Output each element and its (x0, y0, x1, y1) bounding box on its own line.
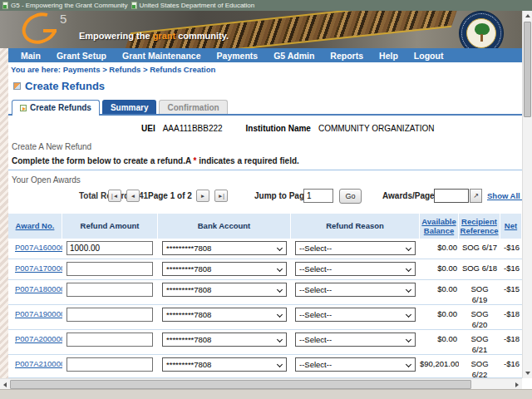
jump-to-page-input[interactable] (303, 189, 333, 203)
chevron-down-icon (406, 362, 411, 367)
refund-reason-select[interactable]: --Select-- (295, 332, 416, 347)
vertical-scrollbar-thumb[interactable] (524, 22, 531, 117)
award-number-link[interactable]: P007A200000 (15, 334, 62, 343)
column-header-net[interactable]: Net (500, 214, 522, 239)
refund-reason-select[interactable]: --Select-- (295, 308, 416, 322)
vertical-scrollbar[interactable] (522, 11, 532, 378)
available-balance-value: $0.00 (420, 259, 459, 279)
tab-confirmation[interactable]: Confirmation (159, 100, 227, 115)
available-balance-value: $0.00 (420, 239, 459, 259)
available-balance-value: $0.00 (420, 330, 459, 354)
refund-reason-cell: --Select-- (291, 259, 420, 279)
tab-create-refunds[interactable]: Create Refunds (12, 100, 100, 115)
breadcrumb[interactable]: You are here: Payments > Refunds > Refun… (11, 65, 215, 74)
nav-bar: MainGrant SetupGrant MaintenancePayments… (8, 48, 522, 62)
net-value: -$18 (500, 330, 522, 354)
tagline-pre: Empowering the (79, 31, 153, 41)
previous-page-button[interactable]: ◄ (126, 190, 140, 202)
bank-account-select[interactable]: *********7808 (162, 357, 287, 372)
award-number-link[interactable]: P007A190000 (15, 309, 62, 318)
recipient-reference-value: SOG 6/20 (459, 305, 500, 329)
refund-reason-select[interactable]: --Select-- (295, 241, 416, 255)
banner-tagline: Empowering the grant community. (79, 31, 229, 41)
refund-reason-select[interactable]: --Select-- (295, 262, 416, 276)
awards-per-page-go-button[interactable]: ↗ (470, 189, 482, 203)
breadcrumb-path[interactable]: Payments > Refunds > Refunds Creation (63, 65, 216, 74)
bank-account-cell: *********7808 (158, 239, 291, 259)
refund-amount-input[interactable] (66, 308, 153, 322)
awards-per-page-input[interactable] (434, 189, 469, 203)
bank-account-cell: *********7808 (158, 305, 291, 329)
jump-to-page-label: Jump to Page (254, 191, 309, 200)
chevron-down-icon (406, 337, 411, 342)
title-left-label: G5 - Empowering the Grant Community (11, 2, 128, 9)
nav-item-grant-maintenance[interactable]: Grant Maintenance (122, 51, 201, 61)
scroll-up-arrow-icon[interactable] (523, 11, 532, 21)
award-number-link[interactable]: P007A180000 (15, 284, 62, 293)
bank-account-selected-value: *********7808 (166, 244, 211, 253)
bank-account-select[interactable]: *********7808 (162, 241, 287, 255)
award-cell: P007A160000 (8, 239, 62, 259)
chevron-down-icon (277, 266, 283, 272)
nav-item-help[interactable]: Help (379, 51, 398, 61)
refund-reason-select[interactable]: --Select-- (295, 357, 416, 372)
first-page-button[interactable]: |◄ (108, 190, 121, 202)
chevron-down-icon (406, 245, 411, 251)
chevron-down-icon (277, 312, 283, 318)
refund-amount-input[interactable] (66, 332, 153, 347)
nav-item-grant-setup[interactable]: Grant Setup (57, 51, 106, 61)
seal-inner (466, 18, 496, 48)
create-new-refund-heading: Create A New Refund (12, 142, 91, 151)
go-button[interactable]: Go (339, 189, 362, 204)
column-header-label: Award No. (16, 221, 55, 230)
seal-trunk (480, 34, 483, 42)
column-header-recipient-reference[interactable]: Recipient Reference (459, 214, 500, 239)
institution-label: Institution Name (246, 124, 311, 133)
bank-account-selected-value: *********7808 (166, 335, 211, 344)
show-all-awards-link[interactable]: Show All Aw (487, 191, 522, 200)
horizontal-scrollbar[interactable] (0, 378, 522, 389)
chevron-down-icon (277, 337, 283, 342)
nav-item-g5-admin[interactable]: G5 Admin (273, 51, 314, 61)
nav-item-main[interactable]: Main (21, 51, 41, 61)
award-row-p007a160000: P007A160000*********7808--Select--$0.00S… (8, 239, 522, 259)
refund-amount-input[interactable] (66, 241, 153, 255)
refund-reason-select[interactable]: --Select-- (295, 283, 416, 297)
column-header-award-no[interactable]: Award No. (8, 214, 62, 239)
page-icon (131, 2, 137, 9)
award-cell: P007A180000 (8, 280, 62, 304)
bookshelf-image (121, 11, 461, 48)
next-page-button[interactable]: ► (196, 190, 209, 202)
last-page-button[interactable]: ►| (214, 190, 228, 202)
awards-per-page-label: Awards/Page: (382, 191, 437, 200)
tab-summary[interactable]: Summary (102, 100, 157, 115)
recipient-reference-value: SOG 6/21 (459, 330, 500, 354)
nav-item-payments[interactable]: Payments (217, 51, 259, 61)
column-header-label: Net (505, 221, 517, 230)
bank-account-select[interactable]: *********7808 (162, 332, 287, 347)
refund-amount-cell (62, 259, 158, 279)
bank-account-select[interactable]: *********7808 (162, 283, 287, 297)
bank-account-select[interactable]: *********7808 (162, 308, 287, 322)
award-number-link[interactable]: P007A170000 (15, 264, 62, 273)
nav-item-logout[interactable]: Logout (414, 51, 444, 61)
bank-account-select[interactable]: *********7808 (162, 262, 287, 276)
title-right: United States Department of Education (131, 2, 255, 9)
refund-amount-input[interactable] (66, 283, 153, 297)
scroll-down-arrow-icon[interactable] (523, 368, 532, 378)
uei-value: AAA111BBB222 (163, 124, 223, 133)
refund-amount-input[interactable] (66, 262, 153, 276)
nav-item-reports[interactable]: Reports (330, 51, 363, 61)
award-number-link[interactable]: P007A210000 (15, 359, 62, 368)
g5-logo-bar (43, 29, 57, 32)
refund-amount-input[interactable] (66, 357, 153, 372)
bank-account-cell: *********7808 (158, 280, 291, 304)
available-balance-value: $90,201.00 (420, 355, 459, 377)
show-all-awards-link-wrap: Show All Aw (487, 191, 522, 200)
horizontal-scrollbar-thumb[interactable] (10, 380, 471, 389)
award-number-link[interactable]: P007A160000 (15, 243, 62, 252)
column-header-refund-reason: Refund Reason (291, 214, 420, 239)
breadcrumb-prefix: You are here: (11, 65, 63, 74)
refund-amount-cell (62, 280, 158, 304)
column-header-available-balance[interactable]: Available Balance (420, 214, 459, 239)
